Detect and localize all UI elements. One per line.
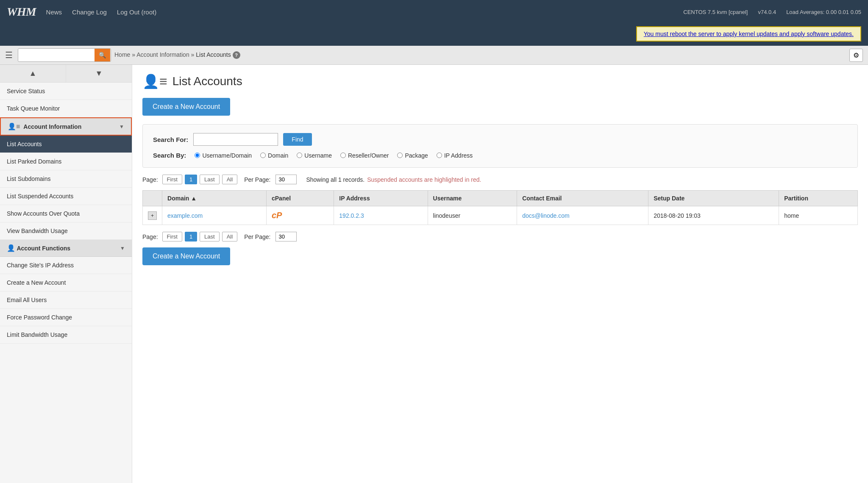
page-first-top[interactable]: First (162, 175, 182, 184)
per-page-label-bottom: Per Page: (244, 233, 270, 240)
page-label-bottom: Page: (142, 233, 158, 240)
pagination-bottom: Page: First 1 Last All Per Page: (142, 232, 858, 242)
sidebar-item-task-queue[interactable]: Task Queue Monitor (0, 100, 132, 117)
nav-changelog[interactable]: Change Log (72, 8, 107, 16)
page-label-top: Page: (142, 176, 158, 183)
radio-reseller-owner-label: Reseller/Owner (348, 152, 389, 159)
sidebar-item-list-parked-domains[interactable]: List Parked Domains (0, 153, 132, 170)
nav-news[interactable]: News (46, 8, 62, 16)
nav-arrow-down[interactable]: ▼ (66, 65, 132, 82)
create-account-button-top[interactable]: Create a New Account (142, 98, 230, 116)
sidebar-item-service-status[interactable]: Service Status (0, 83, 132, 100)
sidebar: ▲ ▼ Service Status Task Queue Monitor 👤≡… (0, 65, 132, 483)
account-info-icon: 👤≡ (8, 122, 20, 130)
sidebar-item-email-all-users[interactable]: Email All Users (0, 291, 132, 309)
radio-username-domain[interactable]: Username/Domain (195, 152, 252, 159)
cpanel-logo[interactable]: cP (272, 211, 282, 220)
search-by-label: Search By: (153, 152, 186, 159)
radio-username-label: Username (304, 152, 332, 159)
header-left: 👤≡ Account Information (8, 122, 81, 130)
page-current-top[interactable]: 1 (185, 175, 197, 184)
page-header-icon: 👤≡ (142, 73, 167, 89)
th-contact-email: Contact Email (517, 191, 648, 206)
top-bar: WHM News Change Log Log Out (root) CENTO… (0, 0, 868, 24)
account-functions-icon: 👤 (7, 244, 15, 252)
row-ip-cell: 192.0.2.3 (334, 206, 428, 225)
sidebar-item-list-suspended-accounts[interactable]: List Suspended Accounts (0, 188, 132, 205)
sidebar-item-change-sites-ip[interactable]: Change Site's IP Address (0, 257, 132, 274)
breadcrumb-sep1: » (132, 51, 136, 58)
breadcrumb-home[interactable]: Home (114, 51, 130, 58)
th-setup-date: Setup Date (648, 191, 779, 206)
per-page-label-top: Per Page: (244, 176, 270, 183)
settings-button[interactable]: ⚙ (849, 49, 863, 62)
page-all-top[interactable]: All (222, 175, 237, 184)
hamburger-icon[interactable]: ☰ (5, 50, 13, 60)
main-layout: ▲ ▼ Service Status Task Queue Monitor 👤≡… (0, 65, 868, 483)
row-domain-link[interactable]: example.com (167, 212, 203, 219)
records-info: Showing all 1 records. (306, 176, 364, 183)
page-title: List Accounts (172, 75, 242, 88)
search-for-label: Search For: (153, 136, 188, 143)
page-first-bottom[interactable]: First (162, 232, 182, 242)
sidebar-account-functions-header[interactable]: 👤 Account Functions ▼ (0, 240, 132, 257)
sidebar-item-create-account[interactable]: Create a New Account (0, 274, 132, 291)
radio-username[interactable]: Username (297, 152, 332, 159)
account-functions-chevron: ▼ (120, 245, 125, 251)
radio-reseller-owner[interactable]: Reseller/Owner (340, 152, 389, 159)
content-area: 👤≡ List Accounts Create a New Account Se… (132, 65, 868, 483)
create-account-button-bottom[interactable]: Create a New Account (142, 247, 230, 265)
row-expand-button[interactable]: + (148, 211, 157, 220)
pagination-top: Page: First 1 Last All Per Page: Showing… (142, 175, 858, 184)
row-ip-link[interactable]: 192.0.2.3 (339, 212, 364, 219)
table-header-row: Domain ▲ cPanel IP Address Username Cont… (143, 191, 858, 206)
row-cpanel-cell: cP (266, 206, 334, 225)
breadcrumb-section[interactable]: Account Information (136, 51, 189, 58)
global-search-button[interactable]: 🔍 (95, 49, 110, 61)
th-username: Username (428, 191, 517, 206)
radio-domain-label: Domain (268, 152, 288, 159)
row-date-cell: 2018-08-20 19:03 (648, 206, 779, 225)
suspended-note: Suspended accounts are highlighted in re… (367, 176, 481, 183)
help-icon[interactable]: ? (233, 51, 240, 59)
sidebar-item-view-bandwidth-usage[interactable]: View Bandwidth Usage (0, 222, 132, 240)
page-last-top[interactable]: Last (200, 175, 220, 184)
table-row: + example.com cP 192.0.2.3 linodeuser do… (143, 206, 858, 225)
row-email-link[interactable]: docs@linode.com (522, 212, 570, 219)
search-for-row: Search For: Find (153, 133, 847, 146)
global-search-wrap: 🔍 (18, 48, 111, 62)
alert-message[interactable]: You must reboot the server to apply kern… (636, 26, 861, 42)
top-bar-left: WHM News Change Log Log Out (root) (7, 5, 156, 19)
per-page-input-top[interactable] (275, 175, 297, 184)
whm-logo: WHM (7, 5, 36, 19)
per-page-input-bottom[interactable] (275, 232, 297, 242)
page-last-bottom[interactable]: Last (200, 232, 220, 242)
radio-domain[interactable]: Domain (260, 152, 288, 159)
sidebar-item-list-accounts[interactable]: List Accounts (0, 136, 132, 153)
radio-package[interactable]: Package (397, 152, 428, 159)
radio-ip-address[interactable]: IP Address (437, 152, 473, 159)
alert-bar: You must reboot the server to apply kern… (0, 24, 868, 46)
sidebar-item-force-password-change[interactable]: Force Password Change (0, 309, 132, 326)
nav-logout[interactable]: Log Out (root) (117, 8, 156, 16)
sidebar-item-list-subdomains[interactable]: List Subdomains (0, 170, 132, 188)
search-for-input[interactable] (193, 133, 278, 146)
load-averages: Load Averages: 0.00 0.01 0.05 (786, 9, 861, 15)
search-box: Search For: Find Search By: Username/Dom… (142, 124, 858, 168)
row-email-cell: docs@linode.com (517, 206, 648, 225)
accounts-table: Domain ▲ cPanel IP Address Username Cont… (142, 190, 858, 225)
server-info: CENTOS 7.5 kvm [cpanel] (683, 9, 748, 15)
af-header-left: 👤 Account Functions (7, 244, 70, 252)
page-all-bottom[interactable]: All (222, 232, 237, 242)
sidebar-item-limit-bandwidth[interactable]: Limit Bandwidth Usage (0, 326, 132, 344)
nav-arrow-up[interactable]: ▲ (0, 65, 66, 82)
sidebar-item-show-accounts-over-quota[interactable]: Show Accounts Over Quota (0, 205, 132, 222)
th-domain[interactable]: Domain ▲ (162, 191, 267, 206)
breadcrumb-sep2: » (191, 51, 196, 58)
page-current-bottom[interactable]: 1 (185, 232, 197, 242)
th-ip-address: IP Address (334, 191, 428, 206)
sidebar-account-information-header[interactable]: 👤≡ Account Information ▼ (0, 117, 132, 136)
radio-username-domain-label: Username/Domain (202, 152, 252, 159)
find-button[interactable]: Find (283, 133, 312, 146)
global-search-input[interactable] (18, 49, 95, 61)
